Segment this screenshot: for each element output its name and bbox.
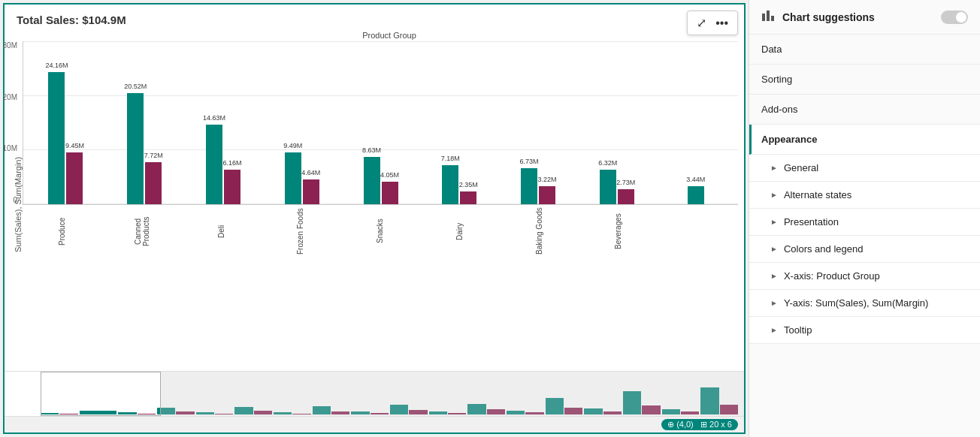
y-ticks: 30M20M10M0 — [0, 41, 22, 204]
chevron-right-icon: ► — [770, 164, 778, 172]
teal-bar[interactable]: 14.63M — [206, 125, 222, 204]
section-general[interactable]: ► General — [749, 155, 980, 182]
bar-value-purple: 9.45M — [65, 142, 84, 149]
x-axis-title: Product Group — [11, 29, 738, 41]
purple-bar[interactable]: 4.64M — [303, 179, 319, 204]
section-y-axis[interactable]: ► Y-axis: Sum(Sales), Sum(Margin) — [749, 290, 980, 317]
svg-rect-1 — [767, 11, 770, 21]
teal-bar[interactable]: 8.63M — [364, 157, 380, 204]
bar-value-purple: 2.73M — [616, 179, 635, 186]
purple-bar[interactable]: 9.45M — [66, 152, 83, 204]
bar-value-purple: 4.05M — [380, 171, 399, 179]
chevron-right-icon: ► — [770, 299, 778, 307]
status-badge: ⊕ (4,0) ⊞ 20 x 6 — [661, 419, 738, 430]
bar-value-teal: 20.52M — [124, 83, 147, 90]
bar-group: 20.52M7.72M — [105, 41, 184, 204]
teal-bar[interactable]: 7.18M — [442, 165, 458, 204]
mini-chart — [5, 371, 744, 416]
x-axis-label: Snacks — [340, 205, 420, 258]
chart-suggestions-toggle[interactable] — [941, 11, 968, 24]
panel-header: Chart suggestions — [749, 0, 980, 35]
mini-chart-inner — [5, 372, 744, 416]
nav-item-sorting[interactable]: Sorting — [749, 65, 980, 95]
chevron-right-icon: ► — [770, 326, 778, 334]
bar-value-teal: 6.73M — [520, 158, 539, 165]
x-axis-label: Canned Products — [102, 205, 182, 258]
teal-bar[interactable]: 24.16M — [48, 72, 65, 204]
bar-group: 9.49M4.64M — [262, 41, 341, 204]
chart-inner: Sum(Sales), Sum(Margin) 30M20M10M0 24.16… — [11, 41, 738, 371]
chart-title: Total Sales: $104.9M — [5, 5, 744, 29]
nav-item-addons[interactable]: Add-ons — [749, 95, 980, 125]
teal-bar[interactable]: 3.44M — [688, 186, 704, 204]
bar-group: 6.73M3.22M — [499, 41, 578, 204]
y-tick: 30M — [3, 41, 17, 50]
x-axis-label: Produce — [23, 205, 102, 258]
mini-viewport-right — [161, 372, 744, 416]
bar-group: 3.44M — [656, 41, 735, 204]
bar-value-purple: 2.35M — [459, 181, 478, 188]
nav-item-appearance[interactable]: Appearance — [749, 125, 980, 155]
x-axis-label: Baking Goods — [500, 205, 579, 258]
chart-canvas: Product Group Sum(Sales), Sum(Margin) 30… — [5, 29, 744, 371]
bar-value-teal: 3.44M — [686, 176, 705, 183]
bar-value-teal: 6.32M — [598, 159, 617, 167]
chevron-right-icon: ► — [770, 245, 778, 253]
bar-value-teal: 7.18M — [441, 155, 460, 162]
panel-title: Chart suggestions — [782, 11, 935, 23]
purple-bar[interactable]: 3.22M — [539, 186, 555, 204]
expand-button[interactable]: ⤢ — [694, 14, 709, 32]
bar-value-teal: 24.16M — [45, 62, 68, 69]
x-axis-label: Beverages — [579, 205, 658, 258]
mini-viewport[interactable] — [41, 372, 161, 416]
purple-bar[interactable]: 2.73M — [618, 189, 634, 204]
bar-value-teal: 9.49M — [283, 142, 302, 149]
chart-area: ⤢ ••• Total Sales: $104.9M Product Group… — [3, 3, 746, 434]
section-presentation[interactable]: ► Presentation — [749, 209, 980, 236]
y-tick: 0 — [13, 196, 17, 204]
purple-bar[interactable]: 6.16M — [224, 170, 240, 204]
bar-value-purple: 3.22M — [538, 176, 557, 183]
bar-value-purple: 6.16M — [222, 159, 241, 167]
section-x-axis[interactable]: ► X-axis: Product Group — [749, 263, 980, 290]
bar-group: 7.18M2.35M — [420, 41, 499, 204]
section-colors-legend[interactable]: ► Colors and legend — [749, 236, 980, 263]
purple-bar[interactable]: 2.35M — [460, 191, 476, 204]
x-axis-label — [658, 205, 738, 258]
purple-bar[interactable]: 4.05M — [382, 182, 398, 204]
teal-bar[interactable]: 9.49M — [285, 152, 301, 204]
bar-group: 8.63M4.05M — [341, 41, 420, 204]
section-tooltip[interactable]: ► Tooltip — [749, 317, 980, 344]
right-panel: Chart suggestions Data Sorting Add-ons A… — [749, 0, 980, 437]
chart-plot: 30M20M10M0 24.16M9.45M20.52M7.72M14.63M6… — [23, 41, 738, 368]
size-text: ⊞ 20 x 6 — [700, 420, 732, 429]
chart-toolbar: ⤢ ••• — [687, 11, 738, 35]
nav-item-data[interactable]: Data — [749, 35, 980, 65]
bar-group: 14.63M6.16M — [184, 41, 263, 204]
x-axis-label: Deli — [182, 205, 262, 258]
bar-value-purple: 4.64M — [301, 169, 320, 176]
purple-bar[interactable]: 7.72M — [145, 162, 162, 204]
chevron-right-icon: ► — [770, 191, 778, 199]
bar-group: 6.32M2.73M — [577, 41, 656, 204]
status-bar: ⊕ (4,0) ⊞ 20 x 6 — [5, 416, 744, 432]
y-tick: 20M — [3, 93, 17, 101]
x-axis-label: Frozen Foods — [261, 205, 340, 258]
section-alternate-states[interactable]: ► Alternate states — [749, 182, 980, 209]
teal-bar[interactable]: 6.73M — [521, 168, 537, 204]
bars-area: 30M20M10M0 24.16M9.45M20.52M7.72M14.63M6… — [23, 41, 738, 205]
more-button[interactable]: ••• — [712, 15, 731, 32]
chevron-right-icon: ► — [770, 272, 778, 280]
bar-value-purple: 7.72M — [144, 152, 163, 159]
bar-value-teal: 14.63M — [203, 114, 225, 122]
x-axis-label: Dairy — [420, 205, 500, 258]
x-labels-row: ProduceCanned ProductsDeliFrozen FoodsSn… — [23, 205, 738, 368]
svg-rect-2 — [771, 16, 774, 21]
bar-value-teal: 8.63M — [362, 146, 381, 154]
svg-rect-0 — [762, 14, 765, 21]
teal-bar[interactable]: 6.32M — [600, 170, 616, 204]
bar-group: 24.16M9.45M — [26, 41, 105, 204]
teal-bar[interactable]: 20.52M — [127, 93, 144, 204]
coordinates-text: ⊕ (4,0) — [667, 420, 694, 429]
chart-icon — [761, 8, 776, 26]
